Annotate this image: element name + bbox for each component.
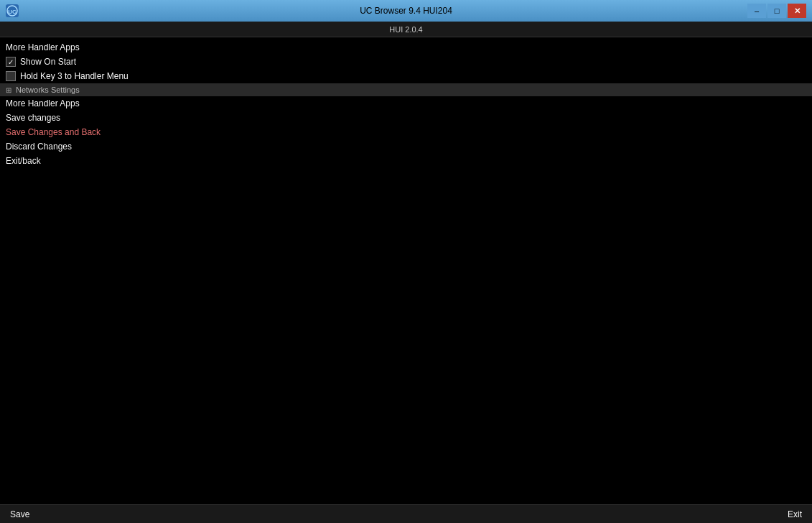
title-bar-left: UC	[6, 4, 19, 17]
svg-text:UC: UC	[8, 9, 17, 15]
window-controls: – □ ✕	[747, 4, 806, 18]
minimize-button[interactable]: –	[747, 4, 766, 18]
bottom-bar: Save Exit	[0, 504, 812, 523]
subtitle-text: HUI 2.0.4	[389, 25, 422, 34]
menu-item-save-changes-back[interactable]: Save Changes and Back	[0, 125, 812, 139]
menu-item-save-changes[interactable]: Save changes	[0, 111, 812, 125]
menu-section-networks-settings[interactable]: ⊞ Networks Settings	[0, 83, 812, 96]
checkbox-hold-key3-box	[6, 71, 16, 81]
app-icon: UC	[6, 4, 19, 17]
menu-item-exit-back[interactable]: Exit/back	[0, 154, 812, 168]
checkbox-show-on-start[interactable]: ✓ Show On Start	[0, 55, 812, 69]
main-content: More Handler Apps ✓ Show On Start Hold K…	[0, 37, 812, 504]
menu-item-discard-changes[interactable]: Discard Changes	[0, 139, 812, 154]
menu-item-more-handler-apps-header[interactable]: More Handler Apps	[0, 40, 812, 55]
checkbox-show-on-start-label: Show On Start	[20, 57, 76, 67]
menu-item-more-handler-apps[interactable]: More Handler Apps	[0, 96, 812, 111]
checkbox-hold-key3-label: Hold Key 3 to Handler Menu	[20, 71, 129, 81]
save-button[interactable]: Save	[6, 508, 34, 521]
networks-settings-label: Networks Settings	[16, 85, 80, 94]
checkbox-show-on-start-box: ✓	[6, 57, 16, 67]
subtitle-bar: HUI 2.0.4	[0, 22, 812, 37]
networks-settings-icon: ⊞	[6, 86, 11, 94]
close-button[interactable]: ✕	[788, 4, 806, 18]
window-title: UC Browser 9.4 HUI204	[360, 6, 452, 16]
checkbox-hold-key3[interactable]: Hold Key 3 to Handler Menu	[0, 69, 812, 83]
title-bar: UC UC Browser 9.4 HUI204 – □ ✕	[0, 0, 812, 22]
exit-button[interactable]: Exit	[783, 508, 806, 521]
maximize-button[interactable]: □	[767, 4, 786, 18]
